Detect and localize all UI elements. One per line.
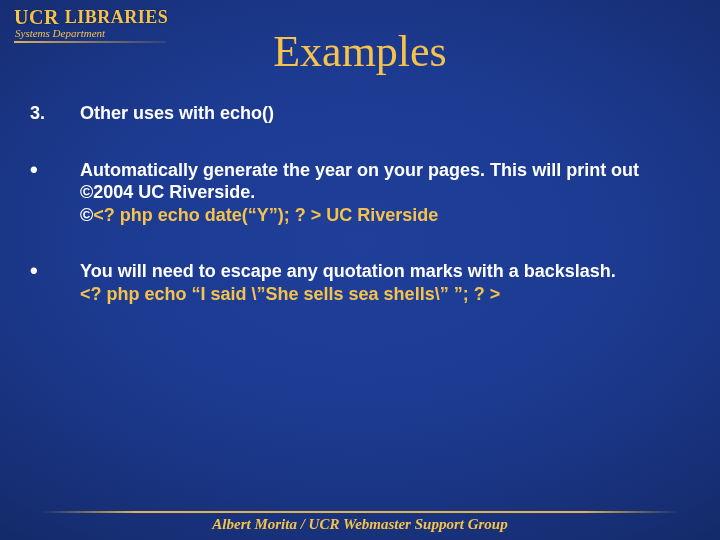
list-item: • Automatically generate the year on you… [30,159,690,227]
footer: Albert Morita / UCR Webmaster Support Gr… [0,511,720,540]
slide-title: Examples [0,26,720,77]
code-snippet: <? php echo date(“Y”); ? > UC Riverside [93,205,438,225]
list-item: • You will need to escape any quotation … [30,260,690,305]
code-prefix: © [80,205,93,225]
slide-content: 3. Other uses with echo() • Automaticall… [30,102,690,339]
footer-divider [40,511,680,513]
list-marker-bullet: • [30,260,80,282]
list-text: Other uses with echo() [80,102,690,125]
list-marker-bullet: • [30,159,80,181]
list-marker-number: 3. [30,102,80,125]
body-text: You will need to escape any quotation ma… [80,261,616,281]
body-text: Automatically generate the year on your … [80,160,639,203]
footer-text: Albert Morita / UCR Webmaster Support Gr… [0,516,720,540]
list-text: You will need to escape any quotation ma… [80,260,690,305]
list-item: 3. Other uses with echo() [30,102,690,125]
code-snippet: <? php echo “I said \”She sells sea shel… [80,284,500,304]
logo-libraries-text: LIBRARIES [65,7,169,28]
list-text: Automatically generate the year on your … [80,159,690,227]
slide: UCR LIBRARIES Systems Department Example… [0,0,720,540]
